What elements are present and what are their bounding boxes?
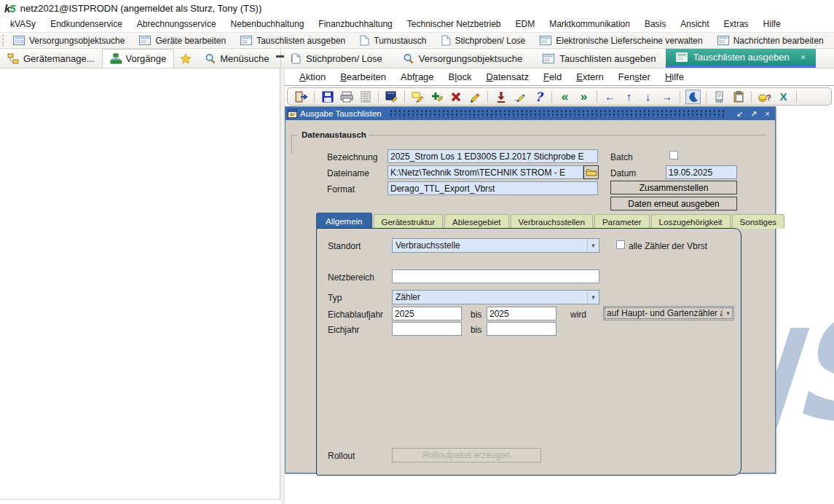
highlight-edit-icon[interactable] bbox=[410, 90, 425, 104]
menu-kvasy[interactable]: kVASy bbox=[3, 17, 43, 31]
bezeichnung-field[interactable] bbox=[388, 149, 598, 163]
post-edit-icon[interactable] bbox=[512, 90, 527, 104]
import-icon[interactable] bbox=[493, 90, 508, 104]
dialog-close-icon[interactable]: × bbox=[762, 108, 773, 119]
eichjahr-bis-field[interactable] bbox=[487, 322, 556, 336]
left-panel-tabs: Gerätemanage... Vorgänge Menüsuche bbox=[0, 49, 281, 68]
eichablaufjahr-bis-label: bis bbox=[471, 310, 481, 320]
menu-edm[interactable]: EDM bbox=[508, 17, 543, 31]
delete-record-icon[interactable] bbox=[448, 90, 463, 104]
close-tab-icon[interactable]: × bbox=[800, 52, 806, 63]
alle-zaehler-checkbox[interactable] bbox=[616, 240, 625, 249]
tab-verbrauchsstellen[interactable]: Verbrauchsstellen bbox=[511, 214, 593, 229]
tab-allgemein[interactable]: Allgemein bbox=[316, 213, 372, 229]
forms-menu-block[interactable]: Block bbox=[443, 70, 478, 84]
edit-form-icon[interactable] bbox=[384, 90, 399, 104]
tab-vorgaenge[interactable]: Vorgänge bbox=[102, 49, 175, 68]
netzbereich-field[interactable] bbox=[392, 269, 599, 283]
prev-field-icon[interactable]: ← bbox=[602, 90, 618, 104]
tab-loszugehoerigkeit[interactable]: Loszugehörigkeit bbox=[651, 214, 731, 229]
query-balance-icon[interactable]: ? bbox=[757, 90, 772, 104]
eichjahr-von-field[interactable] bbox=[392, 322, 462, 336]
save-icon[interactable] bbox=[320, 90, 335, 104]
eichablaufjahr-von-field[interactable] bbox=[392, 307, 462, 320]
quick-versorgungsobjektsuche[interactable]: Versorgungsobjektsuche bbox=[7, 34, 130, 47]
exit-icon[interactable] bbox=[294, 90, 309, 104]
tab-geraetemanagement[interactable]: Gerätemanage... bbox=[0, 49, 102, 68]
tab-menuesuche[interactable]: Menüsuche bbox=[197, 49, 276, 68]
menu-endkundenservice[interactable]: Endkundenservice bbox=[43, 17, 130, 31]
first-record-icon[interactable]: « bbox=[557, 90, 573, 104]
batch-checkbox[interactable] bbox=[669, 151, 678, 160]
dateiname-field[interactable] bbox=[388, 165, 583, 179]
tab-geraetestruktur[interactable]: Gerätestruktur bbox=[374, 214, 444, 229]
doc-tab-versorgungsobjektsuche[interactable]: Versorgungsobjektsuche bbox=[393, 49, 532, 68]
next-field-icon[interactable]: → bbox=[659, 90, 674, 104]
doc-tab-tauschlisten-ausgeben-active[interactable]: Tauschlisten ausgeben × bbox=[666, 49, 816, 68]
eichablaufjahr-bis-field[interactable] bbox=[487, 307, 556, 320]
insert-record-icon[interactable] bbox=[429, 90, 444, 104]
excel-export-icon[interactable]: X bbox=[776, 90, 791, 104]
forms-menu-fenster[interactable]: Fenster bbox=[613, 70, 656, 84]
standort-dropdown[interactable]: Verbrauchsstelle ▾ bbox=[392, 238, 599, 253]
menu-abrechnungsservice[interactable]: Abrechnungsservice bbox=[130, 17, 224, 31]
wird-label: wird bbox=[570, 310, 586, 320]
quick-turnustausch[interactable]: Turnustausch bbox=[354, 34, 432, 47]
kvasy-toggle-icon[interactable] bbox=[685, 90, 701, 104]
menu-nebenbuchhaltung[interactable]: Nebenbuchhaltung bbox=[224, 17, 312, 31]
typ-dropdown[interactable]: Zähler ▾ bbox=[392, 290, 599, 304]
wird-dropdown[interactable]: auf Haupt- und Gartenzähler a... ▾ bbox=[603, 306, 734, 320]
form-icon bbox=[676, 52, 688, 62]
forms-menu-feld[interactable]: Feld bbox=[538, 70, 567, 84]
up-record-icon[interactable]: ↑ bbox=[621, 90, 637, 104]
zusammenstellen-button[interactable]: Zusammenstellen bbox=[610, 181, 737, 194]
quick-geraete-bearbeiten[interactable]: Geräte bearbeiten bbox=[133, 34, 232, 47]
form-icon bbox=[540, 36, 551, 45]
window-titlebar: k5 netz2021@ISTPRODN (angemeldet als Stu… bbox=[0, 0, 834, 16]
menu-ansicht[interactable]: Ansicht bbox=[673, 17, 716, 31]
tab-ablesegebiet[interactable]: Ablesegebiet bbox=[444, 214, 509, 229]
kvasy-logo-icon: k5 bbox=[4, 2, 15, 15]
forms-menu-abfrage[interactable]: Abfrage bbox=[395, 70, 440, 84]
duplicate-record-icon[interactable] bbox=[712, 90, 727, 104]
menu-extras[interactable]: Extras bbox=[717, 17, 756, 31]
forms-menu-extern[interactable]: Extern bbox=[570, 70, 610, 84]
menu-hilfe[interactable]: Hilfe bbox=[756, 17, 788, 31]
tab-sonstiges[interactable]: Sonstiges bbox=[732, 214, 785, 229]
doc-tab-tauschlisten-ausgeben[interactable]: Tauschlisten ausgeben bbox=[532, 49, 666, 68]
favorites-star-icon[interactable] bbox=[174, 49, 197, 68]
browse-folder-button[interactable] bbox=[583, 165, 599, 179]
format-field[interactable] bbox=[388, 181, 598, 195]
menu-finanzbuchhaltung[interactable]: Finanzbuchhaltung bbox=[311, 17, 399, 31]
window-icon bbox=[288, 109, 297, 118]
dialog-maximize-icon[interactable]: ↗ bbox=[748, 108, 759, 119]
forms-menubar: Aktion Bearbeiten Abfrage Block Datensat… bbox=[285, 68, 834, 86]
doc-tab-stichproben-lose[interactable]: Stichproben/ Lose bbox=[281, 49, 393, 68]
quick-elektronische-lieferscheine[interactable]: Elektronische Lieferscheine verwalten bbox=[534, 34, 708, 47]
dialog-minimize-icon[interactable]: ↙ bbox=[734, 108, 745, 119]
dialog-titlebar[interactable]: Ausgabe Tauschlisten ↙ ↗ × bbox=[286, 107, 775, 120]
last-record-icon[interactable]: » bbox=[576, 90, 591, 104]
quick-stichproben-lose[interactable]: Stichproben/ Lose bbox=[436, 34, 532, 47]
daten-erneut-ausgeben-button[interactable]: Daten erneut ausgeben bbox=[610, 197, 737, 210]
forms-menu-hilfe[interactable]: Hilfe bbox=[659, 70, 690, 84]
form-icon bbox=[139, 36, 151, 45]
forms-menu-datensatz[interactable]: Datensatz bbox=[480, 70, 535, 84]
forms-menu-bearbeiten[interactable]: Bearbeiten bbox=[334, 70, 392, 84]
down-record-icon[interactable]: ↓ bbox=[640, 90, 656, 104]
menu-technischer-netzbetrieb[interactable]: Technischer Netzbetrieb bbox=[400, 17, 508, 31]
titlebar-pattern bbox=[390, 110, 725, 118]
quick-tauschlisten-ausgeben[interactable]: Tauschlisten ausgeben bbox=[235, 34, 351, 47]
print-icon[interactable] bbox=[339, 90, 354, 104]
update-record-icon[interactable] bbox=[467, 90, 482, 104]
forms-menu-aktion[interactable]: Aktion bbox=[294, 70, 331, 84]
paste-icon[interactable] bbox=[731, 90, 746, 104]
tab-parameter[interactable]: Parameter bbox=[594, 214, 650, 229]
menu-basis[interactable]: Basis bbox=[637, 17, 673, 31]
list-icon[interactable] bbox=[358, 90, 373, 104]
form-icon bbox=[240, 36, 252, 45]
datum-field[interactable] bbox=[666, 165, 737, 179]
help-icon[interactable]: ? bbox=[531, 90, 546, 104]
menu-marktkommunikation[interactable]: Marktkommunikation bbox=[542, 17, 637, 31]
quick-nachrichten-bearbeiten[interactable]: Nachrichten bearbeiten bbox=[712, 34, 830, 47]
